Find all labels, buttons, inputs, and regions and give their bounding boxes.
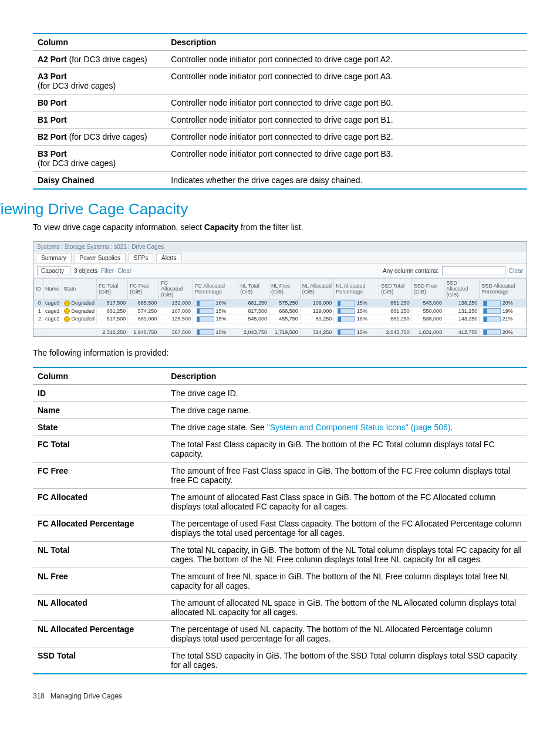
table-cell: The amount of allocated Fast Class space… (166, 489, 527, 515)
tab-sfps[interactable]: SFPs (129, 253, 153, 262)
column-desc-table: Column Description IDThe drive cage ID.N… (33, 367, 527, 674)
col-header: Column (33, 367, 166, 385)
table-row[interactable]: 0cage0Degraded817,500685,500132,000 16%6… (34, 299, 527, 307)
table-cell: B1 Port (33, 112, 166, 129)
grid-header[interactable]: NL Allocated Percentage (334, 278, 379, 299)
table-cell: NL Free (33, 568, 166, 595)
table-cell: Controller node initiator port connected… (166, 94, 527, 112)
table-cell: Controller node initiator port connected… (166, 68, 527, 94)
table-row[interactable]: 1cage1Degraded681,250574,250107,000 15%8… (34, 307, 527, 315)
grid-header[interactable]: SSD Allocated Percentage (480, 278, 527, 299)
clear-link-small[interactable]: Clear (117, 268, 131, 274)
grid-header[interactable]: Name (43, 278, 62, 299)
section-heading: Viewing Drive Cage Capacity (0, 200, 527, 218)
table-cell: The total Fast Class capacity in GiB. Th… (166, 436, 527, 463)
table-cell: The drive cage ID. (166, 385, 527, 402)
search-label: Any column contains: (383, 268, 438, 274)
table-cell: NL Allocated (33, 595, 166, 621)
tab-bar: Summary Power Supplies SFPs Alerts (33, 252, 527, 264)
table-cell: The amount of allocated NL space in GiB.… (166, 595, 527, 621)
table-cell: FC Allocated Percentage (33, 515, 166, 542)
table-cell: Controller node initiator port connected… (166, 146, 527, 172)
port-table: Column Description A2 Port (for DC3 driv… (33, 33, 527, 190)
filter-link[interactable]: Filter (101, 268, 114, 274)
table-cell: SSD Total (33, 647, 166, 674)
table-cell: The drive cage state. See "System and Co… (166, 419, 527, 436)
grid-header[interactable]: SSD Total (GiB) (379, 278, 412, 299)
table-cell: A3 Port(for DC3 drive cages) (33, 68, 166, 94)
grid-header[interactable]: NL Total (GiB) (238, 278, 269, 299)
table-cell: The percentage of used NL capacity. The … (166, 621, 527, 647)
after-shot-text: The following information is provided: (33, 347, 527, 359)
tab-alerts[interactable]: Alerts (156, 253, 182, 262)
col-header: Column (33, 33, 166, 51)
grid-header[interactable]: SSD Allocated (GiB) (444, 278, 480, 299)
table-cell: State (33, 419, 166, 436)
table-cell: FC Allocated (33, 489, 166, 515)
table-cell: Daisy Chained (33, 172, 166, 190)
table-cell: Name (33, 402, 166, 419)
table-cell: NL Allocated Percentage (33, 621, 166, 647)
grid-header[interactable]: FC Allocated (GiB) (159, 278, 193, 299)
grid-header[interactable]: State (62, 278, 97, 299)
table-cell: NL Total (33, 542, 166, 568)
page-number: 318 (33, 692, 45, 700)
table-cell: B2 Port (for DC3 drive cages) (33, 129, 166, 146)
table-cell: FC Free (33, 463, 166, 489)
table-cell: The total SSD capacity in GiB. The botto… (166, 647, 527, 674)
totals-row: 2,316,2501,948,750367,500 15%2,043,7501,… (34, 328, 527, 336)
table-cell: Controller node initiator port connected… (166, 129, 527, 146)
object-count: 3 objects (74, 268, 97, 274)
grid-header[interactable]: NL Free (GiB) (269, 278, 301, 299)
intro-text: To view drive cage capacity information,… (33, 222, 527, 233)
col-header: Description (166, 367, 527, 385)
toolbar: Capacity 3 objects Filter Clear Any colu… (33, 264, 527, 278)
table-cell: B3 Port(for DC3 drive cages) (33, 146, 166, 172)
tab-power-supplies[interactable]: Power Supplies (75, 253, 126, 262)
grid-header[interactable]: FC Allocated Percentage (193, 278, 238, 299)
grid-header[interactable]: FC Free (GiB) (128, 278, 159, 299)
grid-header[interactable]: FC Total (GiB) (97, 278, 128, 299)
table-cell: Controller node initiator port connected… (166, 112, 527, 129)
table-cell: B0 Port (33, 94, 166, 112)
table-cell: FC Total (33, 436, 166, 463)
table-cell: Indicates whether the drive cages are da… (166, 172, 527, 190)
table-cell: Controller node initiator port connected… (166, 51, 527, 68)
grid-header[interactable]: ID (34, 278, 43, 299)
breadcrumb: Systems : Storage Systems : s021 : Drive… (33, 242, 527, 252)
footer-title: Managing Drive Cages (50, 692, 122, 700)
capacity-screenshot: Systems : Storage Systems : s021 : Drive… (33, 241, 527, 337)
table-cell: ID (33, 385, 166, 402)
table-cell: The percentage of used Fast Class capaci… (166, 515, 527, 542)
table-cell: A2 Port (for DC3 drive cages) (33, 51, 166, 68)
grid-header[interactable]: NL Allocated (GiB) (300, 278, 333, 299)
col-header: Description (166, 33, 527, 51)
cross-reference-link[interactable]: "System and Component Status Icons" (pag… (267, 423, 451, 432)
tab-summary[interactable]: Summary (36, 253, 72, 262)
table-cell: The amount of free NL space in GiB. The … (166, 568, 527, 595)
page-footer: 318 Managing Drive Cages (33, 692, 527, 700)
table-cell: The amount of free Fast Class space in G… (166, 463, 527, 489)
search-input[interactable] (442, 266, 505, 275)
table-cell: The drive cage name. (166, 402, 527, 419)
clear-link[interactable]: Clear (509, 268, 523, 274)
capacity-grid: IDNameStateFC Total (GiB)FC Free (GiB)FC… (33, 278, 527, 337)
grid-header[interactable]: SSD Free (GiB) (411, 278, 444, 299)
filter-select[interactable]: Capacity (37, 266, 70, 275)
table-cell: The total NL capacity, in GiB. The botto… (166, 542, 527, 568)
table-row[interactable]: 2cage2Degraded817,500689,000128,500 15%5… (34, 315, 527, 323)
